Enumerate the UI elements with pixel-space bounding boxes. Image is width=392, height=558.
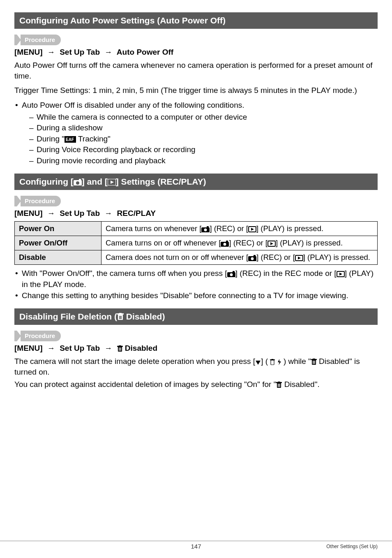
- menu-path-auto-power-off: [MENU] → Set Up Tab → Auto Power Off: [14, 48, 378, 57]
- list-item: During "EAF Tracking": [29, 134, 378, 145]
- heading-text: Disabled): [124, 312, 165, 321]
- down-triangle-icon: [255, 360, 261, 365]
- svg-rect-36: [119, 347, 119, 351]
- svg-rect-54: [279, 384, 279, 387]
- table-row: Disable Camera does not turn on or off w…: [15, 250, 378, 265]
- svg-rect-13: [226, 241, 228, 242]
- cell-text: ] (REC) or [: [210, 224, 248, 233]
- list-item-text: During Voice Recording playback or recor…: [37, 145, 196, 154]
- page-footer: 147 Other Settings (Set Up): [0, 541, 392, 550]
- menu-path-segment: REC/PLAY: [117, 209, 156, 218]
- arrow-icon: →: [47, 48, 55, 57]
- procedure-tag: Procedure: [14, 35, 378, 45]
- heading-text: ] Settings (REC/PLAY): [116, 177, 206, 186]
- cell-text: ] (REC) or [: [229, 238, 267, 247]
- svg-rect-52: [278, 382, 280, 382]
- list-item: While the camera is connected to a compu…: [29, 112, 378, 123]
- body-paragraph: You can protect against accidental delet…: [14, 379, 378, 390]
- settings-table: Power On Camera turns on whenever [] (RE…: [14, 221, 378, 265]
- heading-text: ] and [: [82, 177, 108, 186]
- svg-marker-6: [111, 181, 114, 184]
- paragraph-text: The camera will not start the image dele…: [14, 357, 255, 366]
- paragraph-text: Disabled".: [282, 380, 319, 389]
- table-row-label: Power On/Off: [15, 236, 101, 250]
- heading-rec-play: Configuring [] and [] Settings (REC/PLAY…: [14, 174, 378, 190]
- list-item: During movie recording and playback: [29, 155, 378, 167]
- svg-rect-49: [314, 361, 315, 364]
- arrow-icon: →: [104, 48, 112, 57]
- table-row: Power On/Off Camera turns on or off when…: [15, 236, 378, 250]
- svg-marker-26: [339, 273, 342, 276]
- svg-rect-32: [121, 316, 122, 319]
- menu-path-segment: Set Up Tab: [60, 48, 100, 56]
- trash-icon: [276, 382, 282, 388]
- rec-camera-icon: [227, 271, 235, 277]
- page-number: 147: [14, 543, 378, 550]
- heading-text: Configuring Auto Power Settings (Auto Po…: [19, 16, 226, 25]
- table-row-label: Disable: [15, 250, 101, 265]
- trash-icon: [117, 345, 123, 352]
- menu-path-segment: [MENU]: [14, 209, 43, 218]
- svg-rect-29: [119, 313, 122, 314]
- menu-path-segment: Auto Power Off: [117, 48, 173, 56]
- svg-marker-43: [278, 359, 281, 365]
- procedure-label: Procedure: [21, 35, 61, 45]
- svg-rect-23: [233, 271, 235, 273]
- body-paragraph: Trigger Time Settings: 1 min, 2 min, 5 m…: [14, 85, 378, 96]
- list-item-text: Tracking": [76, 134, 111, 143]
- body-paragraph: The camera will not start the image dele…: [14, 356, 378, 377]
- table-row: Power On Camera turns on whenever [] (RE…: [15, 222, 378, 236]
- cell-text: Camera turns on whenever [: [106, 224, 201, 233]
- svg-rect-42: [272, 359, 274, 360]
- svg-rect-35: [119, 345, 121, 346]
- svg-rect-55: [280, 384, 280, 387]
- svg-rect-37: [120, 347, 120, 351]
- svg-marker-39: [256, 361, 261, 365]
- list-item: Auto Power Off is disabled under any of …: [14, 100, 378, 167]
- svg-rect-31: [120, 316, 121, 319]
- svg-point-9: [204, 229, 207, 232]
- heading-disable-file-deletion: Disabling File Deletion ( Disabled): [14, 308, 378, 325]
- heading-text: Configuring [: [19, 177, 74, 186]
- list-item-text: During ": [37, 134, 65, 143]
- list-item-text: ] (REC) in the REC mode or [: [235, 269, 337, 278]
- af-tracking-icon: EAF: [65, 136, 76, 143]
- svg-rect-53: [278, 384, 278, 387]
- cell-text: Camera turns on or off whenever [: [106, 238, 221, 247]
- menu-path-segment: [MENU]: [14, 344, 43, 352]
- bullet-list: Auto Power Off is disabled under any of …: [14, 100, 378, 167]
- play-icon: [108, 179, 116, 185]
- svg-rect-8: [207, 226, 209, 228]
- list-item: During a slideshow: [29, 123, 378, 134]
- menu-path-disable-deletion: [MENU] → Set Up Tab → Disabled: [14, 344, 378, 353]
- heading-auto-power-off: Configuring Auto Power Settings (Auto Po…: [14, 12, 378, 29]
- bullet-list: With "Power On/Off", the camera turns of…: [14, 268, 378, 301]
- svg-point-24: [230, 273, 233, 276]
- svg-marker-16: [270, 242, 273, 245]
- list-item-text: While the camera is connected to a compu…: [37, 113, 247, 121]
- trash-icon: [117, 313, 124, 320]
- rec-camera-icon: [221, 241, 229, 247]
- svg-rect-30: [119, 316, 120, 319]
- table-row-value: Camera turns on whenever [] (REC) or [] …: [101, 222, 378, 236]
- menu-path-segment: [MENU]: [14, 48, 43, 56]
- trash-outline-icon: [270, 359, 275, 365]
- dash-list: While the camera is connected to a compu…: [29, 112, 378, 167]
- svg-point-4: [76, 181, 79, 185]
- svg-text:EAF: EAF: [66, 137, 74, 142]
- procedure-label: Procedure: [21, 331, 61, 341]
- rec-camera-icon: [74, 179, 82, 185]
- menu-path-segment: Set Up Tab: [60, 344, 100, 352]
- cell-text: ] (PLAY) is pressed.: [276, 238, 343, 247]
- play-icon: [295, 255, 303, 261]
- arrow-icon: →: [47, 344, 55, 353]
- arrow-icon: →: [47, 209, 55, 218]
- svg-rect-3: [79, 179, 81, 181]
- arrow-icon: →: [104, 344, 112, 353]
- svg-rect-48: [314, 361, 314, 364]
- trash-icon: [311, 359, 317, 365]
- svg-rect-40: [271, 360, 274, 365]
- footer-section-label: Other Settings (Set Up): [326, 544, 378, 549]
- cell-text: ] (PLAY) is pressed.: [303, 253, 370, 262]
- play-icon: [337, 271, 345, 277]
